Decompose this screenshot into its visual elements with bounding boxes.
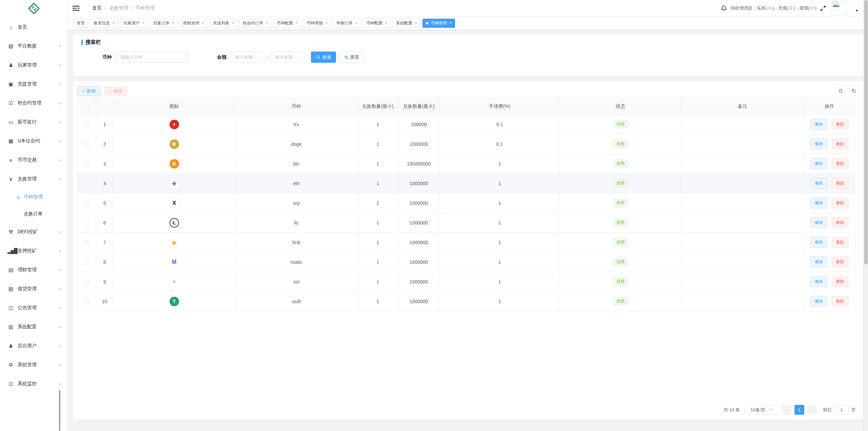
row-checkbox[interactable]	[84, 260, 89, 265]
tab-close-icon[interactable]: ×	[172, 21, 174, 25]
modify-button[interactable]: 修改	[810, 276, 827, 287]
delete-button[interactable]: 删除	[832, 296, 849, 307]
tab-close-icon[interactable]: ×	[142, 21, 144, 25]
tab-close-icon[interactable]: ×	[232, 21, 234, 25]
tab-close-icon[interactable]: ×	[415, 21, 417, 25]
delete-button[interactable]: 删除	[832, 178, 849, 189]
sidebar-menu-item[interactable]: ⊡ 系统监控	[0, 374, 67, 393]
page-tab[interactable]: 归集订单 ×	[150, 19, 178, 28]
page-tab[interactable]: 币种配置 ×	[273, 19, 301, 28]
coin-search-input[interactable]	[116, 52, 188, 63]
page-scrollbar[interactable]	[863, 0, 868, 431]
sidebar-menu-item[interactable]: ◎ 币种管理	[0, 189, 67, 205]
sidebar-menu-item[interactable]: ⌂ 首页	[0, 18, 67, 37]
reset-button[interactable]: ↻ 重置	[339, 52, 364, 63]
sidebar-menu-item[interactable]: ▭ 新币发行	[0, 113, 67, 132]
sidebar-menu-item[interactable]: 兑换订单	[0, 205, 67, 222]
bell-icon[interactable]	[721, 5, 727, 12]
page-tab[interactable]: 币种周期 ×	[303, 19, 331, 28]
max-amount-input[interactable]	[271, 52, 304, 63]
breadcrumb-item[interactable]: 首页	[92, 5, 102, 11]
page-tab[interactable]: 首页	[73, 19, 88, 28]
prev-page-button[interactable]: ‹	[782, 405, 791, 415]
modify-button[interactable]: 修改	[810, 296, 827, 307]
sidebar-menu-item[interactable]: ▂▅█ 质押挖矿	[0, 241, 67, 260]
tab-close-icon[interactable]: ×	[112, 21, 115, 25]
tab-close-icon[interactable]: ×	[385, 21, 387, 25]
search-button[interactable]: 搜索	[311, 52, 336, 63]
fullscreen-icon[interactable]	[820, 5, 826, 12]
delete-button[interactable]: 删除	[832, 197, 849, 209]
collapse-sidebar-icon[interactable]	[73, 5, 80, 11]
modify-button[interactable]: 修改	[810, 119, 827, 130]
sidebar-menu-item[interactable]: ▤ 理财管理	[0, 260, 67, 279]
sidebar-menu-item[interactable]: ▧ 平台数据	[0, 37, 67, 56]
tab-close-icon[interactable]: ×	[265, 21, 268, 25]
row-checkbox[interactable]	[84, 221, 89, 226]
next-page-button[interactable]: ›	[807, 405, 817, 415]
delete-button[interactable]: 删除	[832, 256, 849, 268]
add-button[interactable]: + 新增	[77, 86, 101, 96]
row-checkbox[interactable]	[84, 240, 89, 245]
breadcrumb-item[interactable]: 币种管理	[136, 5, 155, 11]
sidebar-menu-item[interactable]: ▦ U本位合约	[0, 132, 67, 151]
modify-button[interactable]: 修改	[810, 256, 827, 268]
sidebar-menu-item[interactable]: ☑ 秒合约管理	[0, 94, 67, 113]
delete-button[interactable]: 删除	[832, 276, 849, 287]
row-checkbox[interactable]	[84, 280, 89, 285]
sidebar-menu-item[interactable]: ♟ 玩家管理	[0, 56, 67, 75]
page-tab[interactable]: 秒合约订单 ×	[239, 19, 271, 28]
modify-button[interactable]: 修改	[810, 158, 827, 169]
row-checkbox[interactable]	[84, 162, 89, 166]
sidebar-menu-item[interactable]: ⚙ 系统管理	[0, 355, 67, 374]
sidebar-menu-item[interactable]: ◫ 公告管理	[0, 298, 67, 317]
tab-close-icon[interactable]: ×	[202, 21, 204, 25]
select-all-checkbox[interactable]	[84, 104, 89, 109]
tab-close-icon[interactable]: ×	[449, 21, 452, 25]
avatar[interactable]	[832, 1, 847, 16]
refresh-table-button[interactable]: ↻	[849, 86, 859, 96]
sidebar-menu-item[interactable]: ▥ 系统配置	[0, 317, 67, 336]
min-amount-input[interactable]	[231, 52, 264, 63]
show-search-button[interactable]	[835, 86, 846, 96]
page-tab[interactable]: 账变信息 ×	[90, 19, 118, 28]
page-tab[interactable]: 币种配置 ×	[363, 19, 391, 28]
delete-button[interactable]: 删除	[832, 119, 849, 130]
row-checkbox[interactable]	[84, 181, 89, 186]
sidebar-menu-item[interactable]: ⚒ DEFI挖矿	[0, 222, 67, 241]
sidebar-menu-item[interactable]: ¥ 兑换管理	[0, 170, 67, 189]
page-tab[interactable]: 基础配置 ×	[393, 19, 420, 28]
modify-button[interactable]: 修改	[810, 217, 827, 228]
tab-close-icon[interactable]: ×	[325, 21, 328, 25]
modify-button[interactable]: 修改	[810, 237, 827, 248]
delete-button[interactable]: 删除	[832, 217, 849, 228]
sidebar-menu-item[interactable]: ♟ 后台用户	[0, 336, 67, 355]
sidebar-scrollbar-thumb[interactable]	[59, 390, 60, 431]
delete-button[interactable]: 删除	[832, 237, 849, 248]
sidebar-menu-item[interactable]: ▣ 充提管理	[0, 75, 67, 94]
breadcrumb-item[interactable]: 兑换管理	[109, 5, 128, 11]
tab-close-icon[interactable]: ×	[295, 21, 298, 25]
sidebar-menu-item[interactable]: ≡ 币币交易	[0, 151, 67, 170]
page-tab[interactable]: 充值列表 ×	[210, 19, 237, 28]
modify-button[interactable]: 修改	[810, 178, 827, 189]
row-checkbox[interactable]	[84, 299, 89, 304]
page-tab[interactable]: 授权管理 ×	[180, 19, 208, 28]
row-checkbox[interactable]	[84, 201, 89, 206]
user-menu-caret-icon[interactable]: ▾	[851, 3, 858, 13]
tab-close-icon[interactable]: ×	[355, 21, 357, 25]
delete-button[interactable]: 删除	[832, 138, 849, 150]
batch-delete-button[interactable]: − 删除	[104, 86, 127, 96]
sidebar-menu-item[interactable]: ▨ 借贷管理	[0, 279, 67, 298]
page-tab[interactable]: 申购订单 ×	[333, 19, 361, 28]
page-tab[interactable]: 币种管理 ×	[422, 19, 455, 28]
delete-button[interactable]: 删除	[832, 158, 849, 169]
goto-page-input[interactable]	[834, 405, 849, 415]
page-size-select[interactable]: 10条/页 ▾	[744, 405, 778, 415]
row-checkbox[interactable]	[84, 122, 89, 127]
row-checkbox[interactable]	[84, 142, 89, 147]
page-scrollbar-thumb[interactable]	[864, 0, 868, 265]
current-page-button[interactable]: 1	[794, 405, 804, 415]
page-tab[interactable]: 玩家用户 ×	[120, 19, 148, 28]
modify-button[interactable]: 修改	[810, 138, 827, 150]
